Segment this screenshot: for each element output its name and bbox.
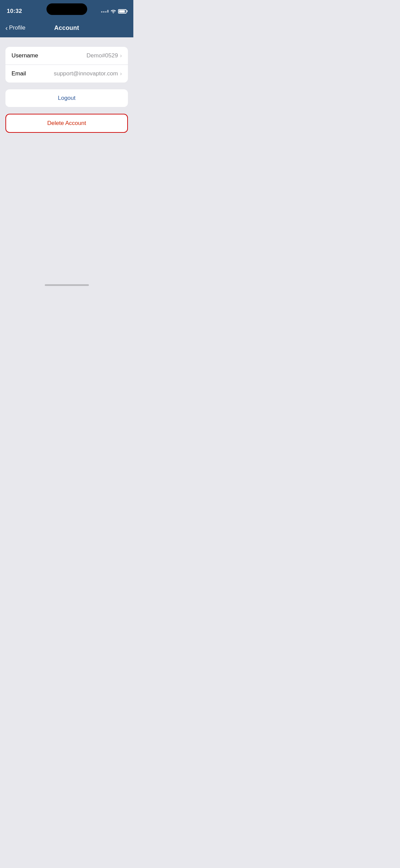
email-value-group: support@innovaptor.com › xyxy=(54,70,122,77)
main-content: Username Demo#0529 › Email support@innov… xyxy=(0,37,133,133)
delete-account-card: Delete Account xyxy=(5,114,128,133)
email-row[interactable]: Email support@innovaptor.com › xyxy=(5,65,128,83)
back-label: Profile xyxy=(9,24,25,31)
status-bar: 10:32 xyxy=(0,0,133,18)
back-chevron-icon: ‹ xyxy=(5,24,8,31)
status-time: 10:32 xyxy=(7,8,22,15)
back-button[interactable]: ‹ Profile xyxy=(5,24,25,31)
delete-account-button[interactable]: Delete Account xyxy=(6,114,127,132)
email-label: Email xyxy=(12,70,26,77)
status-icons xyxy=(101,9,127,14)
username-chevron-icon: › xyxy=(120,53,122,59)
wifi-icon xyxy=(111,9,116,13)
username-label: Username xyxy=(12,52,38,59)
logout-card: Logout xyxy=(5,89,128,107)
username-value-group: Demo#0529 › xyxy=(87,52,122,59)
battery-icon xyxy=(118,9,127,14)
email-value: support@innovaptor.com xyxy=(54,70,118,77)
username-row[interactable]: Username Demo#0529 › xyxy=(5,47,128,65)
dynamic-island xyxy=(46,3,87,15)
username-value: Demo#0529 xyxy=(87,52,118,59)
home-indicator xyxy=(45,284,89,286)
nav-bar: ‹ Profile Account xyxy=(0,18,133,37)
page-title: Account xyxy=(54,24,79,32)
account-info-card: Username Demo#0529 › Email support@innov… xyxy=(5,47,128,83)
email-chevron-icon: › xyxy=(120,71,122,77)
signal-icon xyxy=(101,10,109,13)
logout-button[interactable]: Logout xyxy=(5,89,128,107)
